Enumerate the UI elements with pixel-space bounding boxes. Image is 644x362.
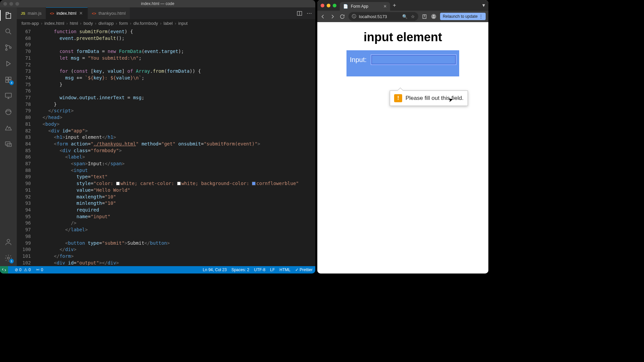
status-cursor[interactable]: Ln 94, Col 23	[203, 267, 227, 272]
vscode-titlebar[interactable]: index.html — code	[0, 0, 315, 7]
editor-tab[interactable]: JSmain.js	[17, 7, 46, 19]
breadcrumb-item[interactable]: div#app	[98, 21, 114, 26]
text-input[interactable]	[371, 55, 456, 64]
svg-rect-4	[6, 77, 8, 79]
status-formatter[interactable]: ✓ Prettier	[295, 267, 313, 272]
explorer-icon[interactable]	[4, 11, 13, 20]
tab-label: main.js	[28, 11, 41, 16]
back-button[interactable]	[320, 14, 326, 19]
status-spaces[interactable]: Spaces: 2	[231, 267, 249, 272]
remote-indicator[interactable]	[0, 266, 8, 274]
browser-tab[interactable]: 📄 Form App ✕	[340, 2, 390, 11]
extensions-icon[interactable]: 4	[4, 75, 13, 84]
extensions-badge: 4	[9, 80, 14, 85]
file-icon: JS	[21, 11, 25, 15]
editor-tabs: JSmain.js<>index.html✕<>thankyou.html ⋯	[17, 7, 315, 19]
zoom-icon[interactable]: 🔍	[402, 14, 408, 19]
editor-tab[interactable]: <>thankyou.html	[88, 7, 130, 19]
code-content[interactable]: function submitForm(event) { event.preve…	[37, 27, 315, 266]
breadcrumb-item[interactable]: div.formbody	[133, 21, 158, 26]
code-editor[interactable]: 67 68 69 70 71 72 73 74 75 76 77 78 79 8…	[17, 27, 315, 266]
line-gutter: 67 68 69 70 71 72 73 74 75 76 77 78 79 8…	[17, 27, 37, 266]
status-eol[interactable]: LF	[270, 267, 275, 272]
browser-window: 📄 Form App ✕ + ▾ ⓘ localhost:5173 🔍 ☆	[317, 0, 488, 274]
breadcrumb-item[interactable]: input	[178, 21, 187, 26]
window-controls[interactable]	[3, 2, 19, 6]
page-content: input element Input: ! Please fill out t…	[317, 22, 488, 274]
browser-window-controls[interactable]	[321, 4, 336, 7]
tab-close-icon[interactable]: ✕	[383, 4, 387, 9]
page-heading: input element	[317, 30, 488, 44]
breadcrumbs[interactable]: form-app›index.html›html›body›div#app›fo…	[17, 19, 315, 27]
svg-rect-7	[9, 77, 11, 79]
vscode-window: index.html — code 4 1 JSmain.js	[0, 0, 315, 274]
edge-tools-icon[interactable]	[4, 107, 13, 117]
status-language[interactable]: HTML	[279, 267, 290, 272]
svg-point-18	[433, 15, 435, 17]
more-actions-icon[interactable]: ⋯	[307, 10, 312, 16]
svg-point-3	[10, 47, 11, 49]
activity-bar: 4 1	[0, 7, 17, 266]
run-debug-icon[interactable]	[4, 59, 13, 68]
svg-point-12	[7, 239, 10, 242]
file-icon: <>	[92, 11, 96, 15]
tab-label: index.html	[57, 11, 76, 16]
source-control-icon[interactable]	[4, 43, 13, 52]
svg-rect-5	[6, 80, 8, 82]
svg-point-13	[7, 257, 9, 259]
account-icon[interactable]	[4, 237, 13, 247]
settings-badge: 1	[9, 259, 14, 263]
close-icon[interactable]: ✕	[79, 11, 84, 16]
status-bar: ⊘ 0 ⚠ 0 0 Ln 94, Col 23 Spaces: 2 UTF-8 …	[0, 266, 315, 274]
profile-icon[interactable]	[431, 13, 437, 19]
remote-explorer-icon[interactable]	[4, 91, 13, 101]
reading-list-icon[interactable]	[422, 14, 427, 19]
url-text: localhost:5173	[359, 14, 387, 19]
search-icon[interactable]	[4, 27, 13, 36]
site-info-icon[interactable]: ⓘ	[352, 13, 356, 19]
tab-title: Form App	[351, 4, 368, 9]
svg-point-9	[6, 109, 11, 115]
bookmark-icon[interactable]: ☆	[411, 14, 415, 19]
svg-point-15	[37, 269, 38, 270]
breadcrumb-item[interactable]: body	[84, 21, 93, 26]
minimap[interactable]	[309, 27, 315, 266]
file-icon: <>	[50, 11, 54, 15]
svg-point-1	[6, 45, 7, 47]
svg-point-2	[6, 49, 7, 51]
status-ports[interactable]: 0	[36, 267, 43, 272]
reload-button[interactable]	[339, 14, 345, 19]
relaunch-button[interactable]: Relaunch to update ⋮	[440, 13, 486, 20]
warning-icon: !	[394, 94, 402, 102]
url-bar[interactable]: ⓘ localhost:5173 🔍 ☆	[348, 12, 418, 21]
window-title: index.html — code	[141, 1, 174, 6]
svg-point-0	[6, 29, 10, 33]
split-editor-icon[interactable]	[297, 10, 303, 16]
browser-tab-strip: 📄 Form App ✕ + ▾	[317, 0, 488, 11]
new-tab-button[interactable]: +	[393, 2, 396, 9]
status-encoding[interactable]: UTF-8	[254, 267, 265, 272]
breadcrumb-item[interactable]: index.html	[44, 21, 64, 26]
status-errors[interactable]: ⊘ 0 ⚠ 0	[15, 267, 31, 272]
validation-tooltip: ! Please fill out this field.	[390, 90, 468, 106]
editor-tab[interactable]: <>index.html✕	[46, 7, 88, 19]
validation-message: Please fill out this field.	[406, 95, 464, 102]
breadcrumb-item[interactable]: form	[119, 21, 128, 26]
comments-icon[interactable]	[4, 139, 13, 149]
tab-label: thankyou.html	[99, 11, 126, 16]
settings-gear-icon[interactable]: 1	[4, 253, 13, 263]
form-body: Input:	[346, 50, 459, 76]
live-preview-icon[interactable]	[4, 123, 13, 133]
breadcrumb-item[interactable]: html	[70, 21, 78, 26]
forward-button[interactable]	[330, 14, 335, 19]
input-label: Input:	[350, 56, 367, 64]
tab-favicon: 📄	[343, 4, 348, 9]
tab-search-icon[interactable]: ▾	[482, 2, 485, 8]
breadcrumb-item[interactable]: label	[163, 21, 172, 26]
browser-toolbar: ⓘ localhost:5173 🔍 ☆ Relaunch to update …	[317, 11, 488, 22]
breadcrumb-item[interactable]: form-app	[21, 21, 39, 26]
svg-rect-8	[5, 93, 11, 97]
